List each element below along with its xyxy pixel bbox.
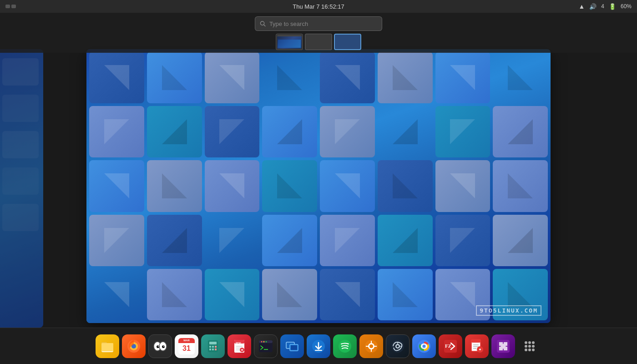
geo-cell [147, 52, 202, 103]
filezilla-icon: FZ [443, 339, 458, 354]
svg-rect-15 [209, 342, 217, 344]
svg-point-33 [261, 341, 263, 342]
geo-cell [378, 269, 433, 320]
geo-cell [435, 52, 490, 103]
wallpaper: 9TO5LINUX.COM [86, 49, 551, 323]
geo-cell [89, 269, 144, 320]
xeyes-icon [152, 338, 168, 354]
svg-rect-18 [215, 346, 217, 348]
svg-point-11 [162, 345, 165, 348]
workspace-thumb-3[interactable] [334, 34, 361, 50]
dock-app-appstore[interactable] [307, 334, 330, 358]
dock-app-filezilla[interactable]: FZ [439, 334, 462, 358]
dock-app-pdf-editor[interactable]: PDF [228, 334, 251, 358]
app-grid-icon [522, 339, 537, 354]
dock-app-virtualbox[interactable] [280, 334, 304, 358]
geo-cell [320, 52, 375, 103]
dock-app-calculator[interactable] [201, 334, 225, 358]
wallpaper-pattern [86, 49, 551, 323]
svg-text:FZ: FZ [445, 343, 451, 349]
calendar-day-number: 31 [182, 344, 191, 353]
puzzle-icon [495, 339, 511, 354]
dock-app-spotify[interactable] [333, 334, 357, 358]
geo-cell [89, 52, 144, 103]
spotify-icon [337, 339, 353, 354]
svg-point-54 [397, 345, 399, 347]
svg-point-80 [528, 349, 531, 351]
geo-cell [205, 52, 260, 103]
search-input[interactable] [269, 20, 377, 27]
dock-app-okular[interactable] [465, 334, 489, 358]
files-icon [100, 339, 115, 354]
svg-rect-16 [209, 346, 211, 348]
geo-cell [262, 269, 317, 320]
geo-cell [378, 160, 433, 212]
dock-app-terminal[interactable] [254, 334, 278, 358]
geo-cell [378, 52, 433, 103]
svg-point-47 [369, 344, 373, 348]
geo-cell [320, 269, 375, 320]
battery-percent: 60% [621, 3, 632, 10]
dock-app-files[interactable] [96, 334, 119, 358]
svg-point-76 [525, 345, 527, 348]
terminal-icon [258, 339, 273, 354]
geo-cell [262, 106, 317, 157]
geo-cell [493, 160, 548, 212]
svg-rect-4 [101, 343, 113, 351]
volume-icon[interactable]: 🔊 [589, 3, 597, 10]
geo-cell [493, 215, 548, 266]
svg-rect-19 [209, 349, 211, 350]
workspace-switcher [276, 34, 361, 50]
geo-cell [89, 106, 144, 157]
geo-cell [205, 160, 260, 212]
search-bar[interactable] [255, 16, 382, 31]
wifi-icon[interactable]: ▲ [578, 3, 585, 10]
svg-point-74 [528, 341, 531, 344]
dock-app-chrome[interactable] [412, 334, 436, 358]
topbar: Thu Mar 7 16:52:17 ▲ 🔊 4 🔋 60% [0, 0, 637, 13]
svg-rect-17 [212, 346, 214, 348]
search-icon [260, 20, 266, 27]
svg-point-61 [423, 344, 426, 348]
topbar-left [5, 5, 16, 8]
system-tray: ▲ 🔊 4 🔋 60% [578, 3, 632, 10]
svg-point-75 [532, 341, 535, 344]
dock-app-steam[interactable] [386, 334, 410, 358]
calculator-icon [206, 339, 220, 354]
main-desktop-window: 9TO5LINUX.COM [86, 49, 551, 323]
okular-icon [469, 339, 485, 354]
power-button[interactable] [5, 5, 16, 8]
geo-cell [262, 52, 317, 103]
dock-app-firefox[interactable] [122, 334, 146, 358]
geo-cell [205, 106, 260, 157]
dock-app-grid[interactable] [518, 334, 541, 358]
geo-cell [262, 160, 317, 212]
battery-icon[interactable]: 🔋 [609, 3, 616, 10]
virtualbox-icon [284, 339, 300, 354]
geo-cell [205, 269, 260, 320]
svg-point-77 [528, 345, 531, 348]
dock-app-puzzle[interactable] [491, 334, 515, 358]
geo-cell [147, 269, 202, 320]
geo-cell [435, 160, 490, 212]
geo-cell [493, 106, 548, 157]
dock-app-blender[interactable] [359, 334, 383, 358]
svg-point-34 [263, 341, 265, 342]
steam-icon [390, 339, 405, 354]
svg-rect-65 [471, 339, 480, 343]
workspace-thumb-2[interactable] [305, 34, 332, 50]
svg-point-12 [158, 346, 159, 347]
geo-cell [147, 215, 202, 266]
chrome-icon [416, 339, 432, 354]
dock-app-xeyes[interactable] [148, 334, 172, 358]
workspace-left-partial [0, 49, 43, 328]
appstore-icon [311, 339, 326, 354]
svg-point-44 [339, 340, 351, 353]
watermark: 9TO5LINUX.COM [476, 305, 541, 316]
workspace-thumb-1[interactable] [276, 34, 303, 50]
geo-cell [89, 215, 144, 266]
geo-cell [378, 215, 433, 266]
dock-app-calendar[interactable]: MAR 31 [175, 334, 198, 358]
svg-point-13 [163, 346, 164, 347]
geo-cell [147, 106, 202, 157]
